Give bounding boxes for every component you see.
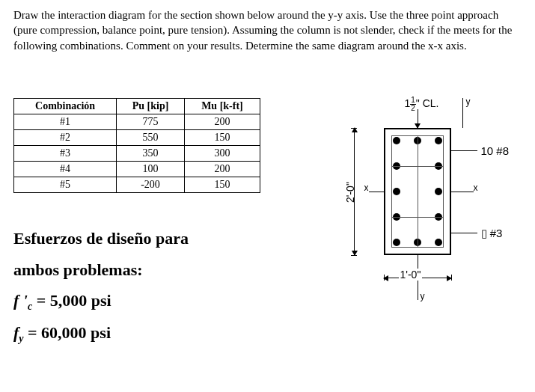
col-header-mu: Mu [k-ft] (184, 98, 260, 114)
table-row: #4 100 200 (14, 161, 260, 177)
x-axis-label: x (364, 183, 369, 193)
cell: #3 (14, 145, 117, 161)
cell: 350 (117, 145, 185, 161)
table-row: #3 350 300 (14, 145, 260, 161)
table-row: #1 775 200 (14, 114, 260, 129)
cell: 300 (184, 145, 260, 161)
table-row: #5 -200 150 (14, 177, 260, 192)
rebar-icon (435, 188, 442, 195)
table-row: #2 550 150 (14, 129, 260, 145)
cell: #5 (14, 177, 117, 192)
col-header-pu: Pu [kip] (117, 98, 185, 114)
bars-label: 10 #8 (481, 144, 510, 157)
cell: #1 (14, 114, 117, 129)
cell: 150 (184, 177, 260, 192)
cell: #4 (14, 161, 117, 177)
cell: 550 (117, 129, 185, 145)
load-table: Combinación Pu [kip] Mu [k-ft] #1 775 20… (13, 98, 260, 193)
rebar-icon (435, 239, 442, 246)
y-axis-label: y (421, 291, 425, 301)
cell: #2 (14, 129, 117, 145)
cell: -200 (117, 177, 185, 192)
height-label: 2'-0" (344, 182, 356, 203)
cell: 100 (117, 161, 185, 177)
y-axis-label: y (466, 97, 471, 107)
ties-label: ▯ #3 (481, 227, 503, 240)
fc-formula: f 'c = 5,000 psi (13, 285, 283, 317)
problem-statement: Draw the interaction diagram for the sec… (13, 7, 522, 53)
cell: 150 (184, 129, 260, 145)
rebar-icon (393, 239, 400, 246)
fy-formula: fy = 60,000 psi (13, 317, 283, 349)
rebar-icon (393, 137, 400, 144)
x-axis-label: x (474, 183, 478, 193)
width-label: 1'-0" (399, 269, 423, 281)
rebar-icon (393, 188, 400, 195)
col-header-combo: Combinación (14, 98, 117, 114)
cross-section-diagram: y 112" CL. x x y (317, 98, 511, 307)
rebar-icon (435, 137, 442, 144)
cover-label: 112" CL. (405, 97, 439, 112)
cell: 200 (184, 161, 260, 177)
design-title-2: ambos problemas: (13, 254, 283, 286)
cell: 775 (117, 114, 185, 129)
cell: 200 (184, 114, 260, 129)
design-title-1: Esfuerzos de diseño para (13, 223, 283, 254)
